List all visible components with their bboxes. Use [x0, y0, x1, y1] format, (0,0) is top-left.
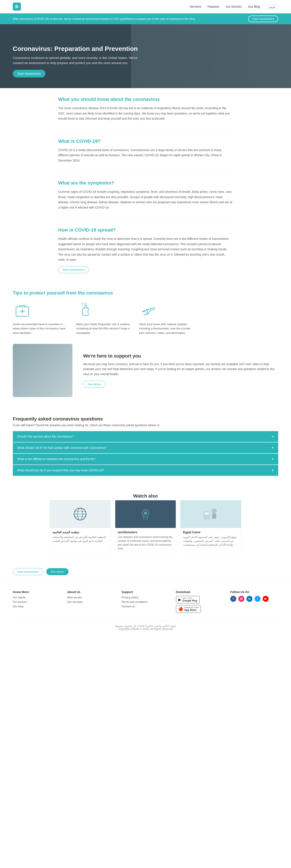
google-play-badge[interactable]: ▶ GET IT ON Google Play	[176, 596, 200, 603]
faq-item-3[interactable]: What should you do if you suspect that y…	[13, 465, 278, 476]
logo: B	[13, 3, 21, 11]
faq-toggle-3: +	[271, 468, 274, 473]
footer-grid: Know More For clients For doctors Our bl…	[13, 590, 278, 615]
navbar: B Services Features Our Doctors Our Blog…	[0, 0, 291, 13]
svg-point-14	[144, 517, 147, 519]
google-play-icon: ▶	[178, 597, 181, 602]
section-symptoms-title: What are the symptoms?	[58, 180, 233, 186]
who-card-body: منظمة الصحة العالمية المنظمة العالمية لل…	[50, 528, 111, 546]
tips-grid: Avoid non-essential travel to countries …	[13, 302, 196, 335]
tip-text-hands: Wash your hands frequently. Use a saniti…	[76, 322, 133, 335]
youtube-icon[interactable]: ▶	[263, 596, 269, 602]
watch-grid: منظمة الصحة العالمية المنظمة العالمية لل…	[50, 500, 241, 553]
egypt-image	[180, 500, 241, 528]
app-store-label: App Store	[184, 609, 199, 612]
google-play-label: Google Play	[182, 599, 197, 602]
footer-our-blog[interactable]: Our blog	[13, 605, 61, 608]
banner-text: With coronavirus (COVID-19) on the rise,…	[13, 17, 196, 21]
faq-toggle-0: +	[271, 434, 274, 439]
section-spread: How is COVID-19 spread? Health officials…	[54, 219, 237, 282]
bottom-assessment-button[interactable]: Start Assessment	[13, 568, 43, 575]
faq-toggle-2: +	[271, 457, 274, 462]
watch-card-worldometers[interactable]: worldometers Live statistics and coronav…	[115, 500, 176, 553]
see-doctor-button[interactable]: See doctor	[83, 381, 106, 388]
section-what-title: What is COVID-19?	[58, 138, 233, 144]
section-symptoms: What are the symptoms? Common signs of C…	[54, 172, 237, 219]
bottom-doctor-button[interactable]: See doctor	[46, 568, 68, 575]
footer-support-heading: Support	[121, 590, 169, 594]
footer-who-we-are[interactable]: Who we are	[67, 596, 115, 599]
faq-item-0[interactable]: Should I be worried about the coronaviru…	[13, 431, 278, 442]
footer-social-heading: Follow Us On	[230, 590, 278, 594]
copyright-english: Copyrights ElBaito © 2019 | All Rights R…	[13, 627, 278, 630]
tip-item-hands: Wash your hands frequently. Use a saniti…	[76, 302, 133, 335]
watch-title: Watch also	[13, 493, 278, 499]
doctor-icon	[198, 507, 224, 522]
nav-features[interactable]: Features	[207, 5, 219, 8]
hazmat-icon	[133, 507, 158, 522]
who-image	[50, 500, 111, 528]
nav-doctors[interactable]: Our Doctors	[226, 5, 241, 8]
footer-for-doctors[interactable]: For doctors	[13, 600, 61, 603]
nav-services[interactable]: Services	[190, 5, 201, 8]
google-play-label-small: GET IT ON	[182, 597, 197, 599]
watch-section: Watch also منظمة الصحة العالمية المنظمة …	[0, 485, 291, 562]
footer-privacy[interactable]: Privacy policy	[121, 596, 169, 599]
app-store-label-small: Download on the	[184, 607, 199, 609]
footer-col-social: Follow Us On f in t ▶	[230, 590, 278, 615]
faq-question-2: What is the difference between the coron…	[17, 457, 96, 461]
support-section: We're here to support you We know you ma…	[0, 344, 291, 408]
footer-col-about: About Us Who we are Our services	[67, 590, 115, 615]
nav-links: Services Features Our Doctors Our Blog ع…	[190, 4, 278, 9]
social-icons: f in t ▶	[230, 596, 278, 602]
apple-icon: 🍎	[178, 607, 183, 611]
footer-col-know: Know More For clients For doctors Our bl…	[13, 590, 61, 615]
mid-assessment-button[interactable]: Start Assessment	[58, 266, 89, 273]
arabic-toggle[interactable]: عربى	[266, 4, 278, 9]
faq-question-0: Should I be worried about the coronaviru…	[17, 435, 74, 438]
faq-item-1[interactable]: What should I do if I've had contact wit…	[13, 442, 278, 453]
instagram-icon[interactable]	[238, 596, 244, 602]
svg-point-12	[144, 512, 147, 515]
section-spread-text: Health officials continue to study the v…	[58, 236, 233, 262]
svg-point-21	[241, 598, 242, 599]
watch-card-egypt[interactable]: Egypt Cares موقع إلكتروني - يتوفر على ال…	[180, 500, 241, 553]
watch-card-who[interactable]: منظمة الصحة العالمية المنظمة العالمية لل…	[50, 500, 111, 553]
worldometers-card-title: worldometers	[118, 530, 173, 534]
nav-blog[interactable]: Our Blog	[248, 5, 260, 8]
footer: Know More For clients For doctors Our bl…	[0, 582, 291, 635]
support-content: We're here to support you We know you ma…	[83, 353, 278, 388]
footer-contact[interactable]: Contact us	[121, 605, 169, 608]
linkedin-icon[interactable]: in	[246, 596, 253, 602]
section-know-text: The novel coronavirus disease 2019 (COVI…	[58, 105, 233, 121]
hero-section: Coronavirus: Preparation and Prevention …	[0, 24, 291, 88]
faq-item-2[interactable]: What is the difference between the coron…	[13, 454, 278, 465]
tip-text-stock: Stock your home with medical supplies in…	[139, 322, 196, 335]
tip-item-travel: Avoid non-essential travel to countries …	[13, 302, 70, 335]
faq-subtitle: If you still haven't found the answers y…	[13, 424, 278, 427]
svg-point-22	[242, 598, 242, 598]
hero-assessment-button[interactable]: Start Assessment	[13, 70, 46, 78]
bottom-cta: Start Assessment See doctor	[0, 562, 291, 582]
faq-title: Frequently asked coronavirus questions	[13, 416, 278, 422]
wash-hands-icon	[76, 302, 95, 319]
twitter-icon[interactable]: t	[255, 596, 261, 602]
hero-description: Coronavirus continues to spread globally…	[13, 55, 141, 66]
section-what-text: COVID-19 is a newly discovered strain of…	[58, 148, 233, 163]
facebook-icon[interactable]: f	[230, 596, 236, 602]
section-what: What is COVID-19? COVID-19 is a newly di…	[54, 130, 237, 172]
section-know-title: What you should know about the coronavir…	[58, 97, 233, 102]
faq-section: Frequently asked coronavirus questions I…	[0, 408, 291, 485]
footer-terms[interactable]: Terms and conditions	[121, 600, 169, 603]
banner-assessment-button[interactable]: Start Assessment	[248, 16, 278, 22]
medical-kit-icon	[13, 302, 32, 319]
footer-about-heading: About Us	[67, 590, 115, 594]
footer-our-services[interactable]: Our services	[67, 600, 115, 603]
worldometers-card-text: Live statistics and coronavirus news tra…	[118, 535, 173, 551]
app-store-badge[interactable]: 🍎 Download on the App Store	[176, 605, 201, 613]
airplane-icon	[139, 302, 158, 319]
who-card-text: المنظمة العالمية للأمراض في المقاطعة وال…	[52, 535, 108, 543]
support-image	[13, 344, 72, 397]
footer-for-clients[interactable]: For clients	[13, 596, 61, 599]
egypt-card-text: موقع إلكتروني - يتوفر على المستوى الأخبا…	[183, 535, 239, 547]
